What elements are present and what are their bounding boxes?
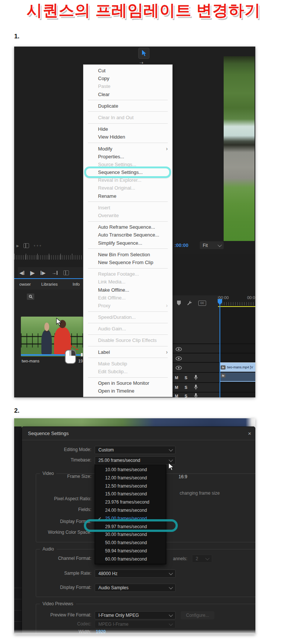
menu-separator xyxy=(88,111,168,112)
timebase-option-50-00-frames-second[interactable]: 50.00 frames/second xyxy=(95,539,166,547)
display-format-label: Display Format: xyxy=(60,519,91,524)
track-v2-eye-icon[interactable] xyxy=(176,355,182,362)
menu-item-make-offline[interactable]: Make Offline... xyxy=(83,286,172,294)
timebase-option-10-00-frames-second[interactable]: 10.00 frames/second xyxy=(95,466,166,474)
tab-libraries[interactable]: Libraries xyxy=(36,282,63,286)
microphone-icon[interactable] xyxy=(194,375,198,380)
video-clip-two-mans[interactable]: fx two-mans.mp4 [V xyxy=(220,362,255,372)
menu-item-overwrite[interactable]: Overwrite xyxy=(83,212,172,219)
mute-button[interactable]: M xyxy=(175,375,178,380)
menu-item-auto-reframe-sequence[interactable]: Auto Reframe Sequence... xyxy=(83,223,172,231)
menu-item-open-in-timeline[interactable]: Open in Timeline xyxy=(83,387,172,395)
menu-item-proxy[interactable]: Proxy › xyxy=(83,302,172,310)
preview-file-format-select[interactable]: I-Frame Only MPEG xyxy=(95,611,176,619)
close-icon[interactable]: × xyxy=(248,430,251,437)
menu-item-link-media[interactable]: Link Media... xyxy=(83,278,172,286)
menu-item-properties[interactable]: Properties... xyxy=(83,153,172,161)
menu-item-reveal-original[interactable]: Reveal Original... xyxy=(83,184,172,192)
menu-item-duplicate[interactable]: Duplicate xyxy=(83,102,172,110)
play-icon[interactable]: ▶ xyxy=(16,244,19,248)
menu-item-insert[interactable]: Insert xyxy=(83,204,172,212)
option-label: 12.50 frames/second xyxy=(105,483,147,489)
menu-item-hide[interactable]: Hide xyxy=(83,125,172,133)
menu-item-label: Label xyxy=(98,349,110,355)
menu-item-modify[interactable]: Modify › xyxy=(83,145,172,153)
markers-icon[interactable]: + + + xyxy=(34,244,41,248)
menu-item-audio-gain[interactable]: Audio Gain... xyxy=(83,325,172,333)
search-button[interactable] xyxy=(27,294,34,300)
captions-icon[interactable]: CC xyxy=(198,301,206,306)
timebase-option-23-976-frames-second[interactable]: 23.976 frames/second xyxy=(95,498,166,507)
submenu-arrow-icon: › xyxy=(166,145,168,153)
menu-item-open-in-source-monitor[interactable]: Open in Source Monitor xyxy=(83,379,172,387)
mute-button[interactable]: M xyxy=(175,394,178,398)
step-forward-button[interactable]: ▶ xyxy=(41,270,45,276)
clip-name-label[interactable]: two-mans xyxy=(22,359,40,363)
menu-item-clear[interactable]: Clear xyxy=(83,91,172,98)
menu-item-replace-footage[interactable]: Replace Footage... xyxy=(83,270,172,278)
wrench-icon[interactable] xyxy=(187,300,192,306)
timebase-option-30-00-frames-second[interactable]: 30.00 frames/second xyxy=(95,531,166,539)
menu-item-paste[interactable]: Paste xyxy=(83,82,172,90)
menu-item-new-bin-from-selection[interactable]: New Bin From Selection xyxy=(83,251,172,258)
menu-item-make-subclip[interactable]: Make Subclip xyxy=(83,360,172,368)
menu-item-sequence-settings[interactable]: Sequence Settings... xyxy=(83,168,172,176)
menu-item-label: Overwrite xyxy=(98,213,119,218)
timebase-option-59-94-frames-second[interactable]: 59.94 frames/second xyxy=(95,547,166,555)
insert-button[interactable]: → xyxy=(51,270,57,276)
audio-clip-two-mans[interactable]: fx xyxy=(220,372,255,382)
timebase-option-12-00-frames-second[interactable]: 12.00 frames/second xyxy=(95,474,166,482)
solo-button[interactable]: S xyxy=(184,375,187,380)
menu-item-edit-subclip[interactable]: Edit Subclip... xyxy=(83,368,172,375)
menu-item-auto-transcribe-sequence[interactable]: Auto Transcribe Sequence... xyxy=(83,231,172,239)
selection-tool-button[interactable] xyxy=(138,48,149,59)
timebase-option-24-00-frames-second[interactable]: 24.00 frames/second xyxy=(95,507,166,515)
menu-item-simplify-sequence[interactable]: Simplify Sequence... xyxy=(83,239,172,247)
timeline-ruler-ticks[interactable] xyxy=(220,302,255,305)
timebase-option-15-00-frames-second[interactable]: 15.00 frames/second xyxy=(95,490,166,498)
menu-item-label: Open in Timeline xyxy=(98,388,135,394)
menu-item-speed-duration[interactable]: Speed/Duration... xyxy=(83,313,172,321)
menu-item-edit-offline[interactable]: Edit Offline... xyxy=(83,294,172,302)
menu-item-cut[interactable]: Cut xyxy=(83,67,172,74)
microphone-icon[interactable] xyxy=(194,384,198,390)
marker-icon[interactable] xyxy=(177,301,181,305)
audio-display-format-select[interactable]: Audio Samples xyxy=(95,584,176,592)
menu-item-disable-source-clip-effects[interactable]: Disable Source Clip Effects xyxy=(83,336,172,344)
track-v3-eye-icon[interactable] xyxy=(176,346,182,353)
editing-mode-select[interactable]: Custom xyxy=(95,446,176,454)
timebase-option-60-00-frames-second[interactable]: 60.00 frames/second xyxy=(95,555,166,564)
program-timecode[interactable]: :00:00 xyxy=(174,242,189,248)
menu-item-copy[interactable]: Copy xyxy=(83,74,172,82)
menu-item-clear-in-and-out[interactable]: Clear In and Out xyxy=(83,114,172,121)
configure-button[interactable]: Configure... xyxy=(181,611,214,619)
dialog-title-bar[interactable]: Sequence Settings xyxy=(22,427,255,440)
microphone-icon[interactable] xyxy=(194,393,198,397)
step-back-button[interactable]: ◀ xyxy=(19,270,24,276)
preview-file-format-value: I-Frame Only MPEG xyxy=(98,613,139,618)
mute-button[interactable]: M xyxy=(175,385,178,390)
menu-item-reveal-in-explorer[interactable]: Reveal in Explorer... xyxy=(83,176,172,184)
menu-item-new-sequence-from-clip[interactable]: New Sequence From Clip xyxy=(83,258,172,266)
menu-item-label: Proxy xyxy=(98,303,110,308)
filmstrip-icon[interactable] xyxy=(23,243,29,248)
sample-rate-row: Sample Rate: 48000 Hz xyxy=(22,570,255,578)
channels-select[interactable]: 2 xyxy=(192,555,212,563)
timebase-option-29-97-frames-second[interactable]: 29.97 frames/second xyxy=(95,523,166,531)
tab-info[interactable]: Info xyxy=(63,282,85,286)
play-button[interactable]: ▶ xyxy=(30,269,35,276)
sample-rate-select[interactable]: 48000 Hz xyxy=(95,570,176,578)
tab-media-browser[interactable]: owser xyxy=(14,282,36,286)
timebase-option-12-50-frames-second[interactable]: 12.50 frames/second xyxy=(95,482,166,491)
timebase-select[interactable]: 25.00 frames/second xyxy=(95,456,176,464)
menu-item-rename[interactable]: Rename xyxy=(83,192,172,200)
solo-button[interactable]: S xyxy=(184,385,187,390)
solo-button[interactable]: S xyxy=(184,394,187,398)
menu-item-source-settings[interactable]: Source Settings... xyxy=(83,161,172,168)
menu-item-label[interactable]: Label › xyxy=(83,348,172,356)
timebase-option-25-00-frames-second[interactable]: ✓ 25.00 frames/second xyxy=(95,515,166,523)
zoom-level-select[interactable]: Fit xyxy=(200,241,224,249)
track-v1-eye-icon[interactable] xyxy=(176,365,182,371)
menu-item-view-hidden[interactable]: View Hidden xyxy=(83,133,172,141)
export-frame-button[interactable] xyxy=(63,270,69,275)
